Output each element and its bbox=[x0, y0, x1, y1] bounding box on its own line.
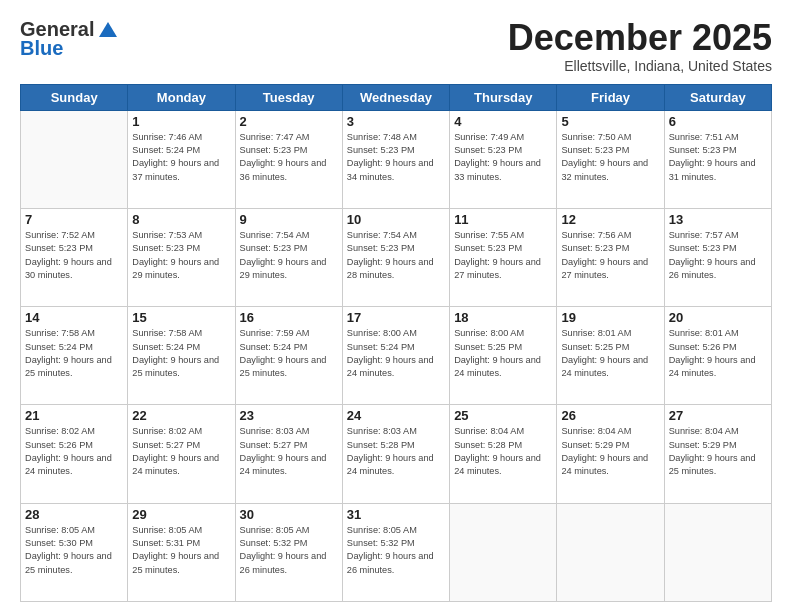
day-number: 8 bbox=[132, 212, 230, 227]
col-friday: Friday bbox=[557, 84, 664, 110]
day-number: 3 bbox=[347, 114, 445, 129]
day-number: 10 bbox=[347, 212, 445, 227]
day-info: Sunrise: 8:05 AM Sunset: 5:31 PM Dayligh… bbox=[132, 524, 230, 577]
day-number: 18 bbox=[454, 310, 552, 325]
table-row: 30Sunrise: 8:05 AM Sunset: 5:32 PM Dayli… bbox=[235, 503, 342, 601]
day-number: 16 bbox=[240, 310, 338, 325]
day-info: Sunrise: 8:05 AM Sunset: 5:32 PM Dayligh… bbox=[240, 524, 338, 577]
table-row bbox=[450, 503, 557, 601]
day-info: Sunrise: 8:03 AM Sunset: 5:28 PM Dayligh… bbox=[347, 425, 445, 478]
calendar-week-row: 14Sunrise: 7:58 AM Sunset: 5:24 PM Dayli… bbox=[21, 307, 772, 405]
table-row: 3Sunrise: 7:48 AM Sunset: 5:23 PM Daylig… bbox=[342, 110, 449, 208]
table-row: 6Sunrise: 7:51 AM Sunset: 5:23 PM Daylig… bbox=[664, 110, 771, 208]
col-thursday: Thursday bbox=[450, 84, 557, 110]
day-info: Sunrise: 7:50 AM Sunset: 5:23 PM Dayligh… bbox=[561, 131, 659, 184]
day-number: 25 bbox=[454, 408, 552, 423]
table-row: 23Sunrise: 8:03 AM Sunset: 5:27 PM Dayli… bbox=[235, 405, 342, 503]
day-number: 19 bbox=[561, 310, 659, 325]
day-number: 9 bbox=[240, 212, 338, 227]
logo-blue: Blue bbox=[20, 37, 63, 60]
day-number: 15 bbox=[132, 310, 230, 325]
day-info: Sunrise: 8:04 AM Sunset: 5:29 PM Dayligh… bbox=[561, 425, 659, 478]
col-saturday: Saturday bbox=[664, 84, 771, 110]
table-row bbox=[664, 503, 771, 601]
table-row: 28Sunrise: 8:05 AM Sunset: 5:30 PM Dayli… bbox=[21, 503, 128, 601]
day-number: 31 bbox=[347, 507, 445, 522]
logo: General Blue bbox=[20, 18, 119, 60]
svg-marker-0 bbox=[99, 22, 117, 37]
day-info: Sunrise: 7:46 AM Sunset: 5:24 PM Dayligh… bbox=[132, 131, 230, 184]
table-row: 12Sunrise: 7:56 AM Sunset: 5:23 PM Dayli… bbox=[557, 208, 664, 306]
day-number: 22 bbox=[132, 408, 230, 423]
table-row: 26Sunrise: 8:04 AM Sunset: 5:29 PM Dayli… bbox=[557, 405, 664, 503]
day-number: 11 bbox=[454, 212, 552, 227]
calendar-week-row: 21Sunrise: 8:02 AM Sunset: 5:26 PM Dayli… bbox=[21, 405, 772, 503]
table-row: 11Sunrise: 7:55 AM Sunset: 5:23 PM Dayli… bbox=[450, 208, 557, 306]
day-number: 29 bbox=[132, 507, 230, 522]
day-number: 7 bbox=[25, 212, 123, 227]
day-info: Sunrise: 8:02 AM Sunset: 5:27 PM Dayligh… bbox=[132, 425, 230, 478]
month-title: December 2025 bbox=[508, 18, 772, 58]
day-number: 23 bbox=[240, 408, 338, 423]
calendar-week-row: 1Sunrise: 7:46 AM Sunset: 5:24 PM Daylig… bbox=[21, 110, 772, 208]
day-number: 1 bbox=[132, 114, 230, 129]
day-info: Sunrise: 8:01 AM Sunset: 5:25 PM Dayligh… bbox=[561, 327, 659, 380]
table-row: 15Sunrise: 7:58 AM Sunset: 5:24 PM Dayli… bbox=[128, 307, 235, 405]
calendar-header-row: Sunday Monday Tuesday Wednesday Thursday… bbox=[21, 84, 772, 110]
day-info: Sunrise: 7:48 AM Sunset: 5:23 PM Dayligh… bbox=[347, 131, 445, 184]
table-row: 17Sunrise: 8:00 AM Sunset: 5:24 PM Dayli… bbox=[342, 307, 449, 405]
day-number: 24 bbox=[347, 408, 445, 423]
day-number: 13 bbox=[669, 212, 767, 227]
day-info: Sunrise: 7:54 AM Sunset: 5:23 PM Dayligh… bbox=[240, 229, 338, 282]
table-row bbox=[21, 110, 128, 208]
day-info: Sunrise: 8:00 AM Sunset: 5:25 PM Dayligh… bbox=[454, 327, 552, 380]
day-number: 14 bbox=[25, 310, 123, 325]
day-number: 6 bbox=[669, 114, 767, 129]
day-info: Sunrise: 7:49 AM Sunset: 5:23 PM Dayligh… bbox=[454, 131, 552, 184]
logo-icon bbox=[97, 19, 119, 41]
day-info: Sunrise: 7:58 AM Sunset: 5:24 PM Dayligh… bbox=[25, 327, 123, 380]
day-number: 30 bbox=[240, 507, 338, 522]
table-row: 10Sunrise: 7:54 AM Sunset: 5:23 PM Dayli… bbox=[342, 208, 449, 306]
calendar-week-row: 7Sunrise: 7:52 AM Sunset: 5:23 PM Daylig… bbox=[21, 208, 772, 306]
day-info: Sunrise: 7:59 AM Sunset: 5:24 PM Dayligh… bbox=[240, 327, 338, 380]
day-info: Sunrise: 7:54 AM Sunset: 5:23 PM Dayligh… bbox=[347, 229, 445, 282]
table-row: 5Sunrise: 7:50 AM Sunset: 5:23 PM Daylig… bbox=[557, 110, 664, 208]
day-info: Sunrise: 7:55 AM Sunset: 5:23 PM Dayligh… bbox=[454, 229, 552, 282]
day-number: 17 bbox=[347, 310, 445, 325]
table-row: 7Sunrise: 7:52 AM Sunset: 5:23 PM Daylig… bbox=[21, 208, 128, 306]
day-number: 2 bbox=[240, 114, 338, 129]
col-monday: Monday bbox=[128, 84, 235, 110]
table-row: 20Sunrise: 8:01 AM Sunset: 5:26 PM Dayli… bbox=[664, 307, 771, 405]
table-row: 8Sunrise: 7:53 AM Sunset: 5:23 PM Daylig… bbox=[128, 208, 235, 306]
title-area: December 2025 Ellettsville, Indiana, Uni… bbox=[508, 18, 772, 74]
table-row: 29Sunrise: 8:05 AM Sunset: 5:31 PM Dayli… bbox=[128, 503, 235, 601]
day-info: Sunrise: 8:02 AM Sunset: 5:26 PM Dayligh… bbox=[25, 425, 123, 478]
table-row: 21Sunrise: 8:02 AM Sunset: 5:26 PM Dayli… bbox=[21, 405, 128, 503]
table-row: 1Sunrise: 7:46 AM Sunset: 5:24 PM Daylig… bbox=[128, 110, 235, 208]
location: Ellettsville, Indiana, United States bbox=[508, 58, 772, 74]
day-info: Sunrise: 8:05 AM Sunset: 5:30 PM Dayligh… bbox=[25, 524, 123, 577]
table-row: 4Sunrise: 7:49 AM Sunset: 5:23 PM Daylig… bbox=[450, 110, 557, 208]
calendar-table: Sunday Monday Tuesday Wednesday Thursday… bbox=[20, 84, 772, 602]
page: General Blue December 2025 Ellettsville,… bbox=[0, 0, 792, 612]
table-row: 16Sunrise: 7:59 AM Sunset: 5:24 PM Dayli… bbox=[235, 307, 342, 405]
day-number: 5 bbox=[561, 114, 659, 129]
day-number: 12 bbox=[561, 212, 659, 227]
day-info: Sunrise: 8:04 AM Sunset: 5:28 PM Dayligh… bbox=[454, 425, 552, 478]
header: General Blue December 2025 Ellettsville,… bbox=[20, 18, 772, 74]
col-tuesday: Tuesday bbox=[235, 84, 342, 110]
day-info: Sunrise: 7:57 AM Sunset: 5:23 PM Dayligh… bbox=[669, 229, 767, 282]
table-row: 25Sunrise: 8:04 AM Sunset: 5:28 PM Dayli… bbox=[450, 405, 557, 503]
day-info: Sunrise: 7:53 AM Sunset: 5:23 PM Dayligh… bbox=[132, 229, 230, 282]
day-info: Sunrise: 8:01 AM Sunset: 5:26 PM Dayligh… bbox=[669, 327, 767, 380]
col-sunday: Sunday bbox=[21, 84, 128, 110]
day-number: 20 bbox=[669, 310, 767, 325]
day-info: Sunrise: 8:00 AM Sunset: 5:24 PM Dayligh… bbox=[347, 327, 445, 380]
day-info: Sunrise: 7:51 AM Sunset: 5:23 PM Dayligh… bbox=[669, 131, 767, 184]
table-row: 13Sunrise: 7:57 AM Sunset: 5:23 PM Dayli… bbox=[664, 208, 771, 306]
day-number: 4 bbox=[454, 114, 552, 129]
table-row: 18Sunrise: 8:00 AM Sunset: 5:25 PM Dayli… bbox=[450, 307, 557, 405]
day-number: 28 bbox=[25, 507, 123, 522]
day-number: 26 bbox=[561, 408, 659, 423]
